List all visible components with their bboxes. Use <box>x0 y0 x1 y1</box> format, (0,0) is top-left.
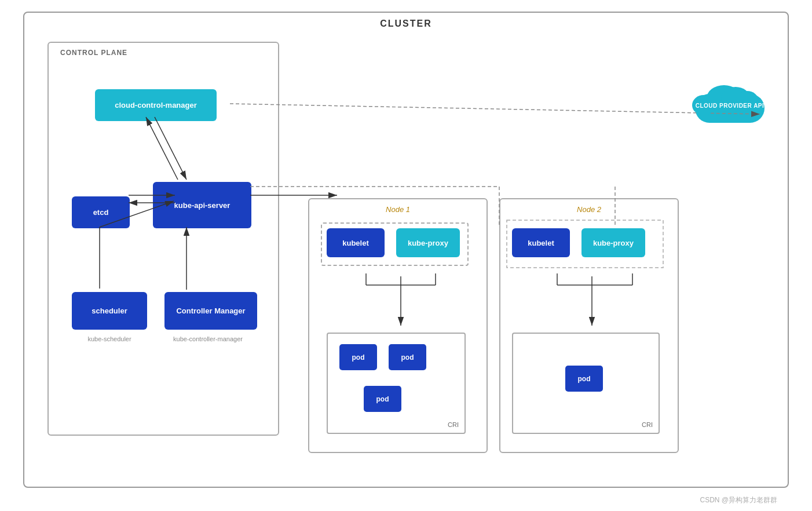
node1-kubelet-label: kubelet <box>342 239 369 247</box>
control-plane-label: CONTROL PLANE <box>60 49 127 57</box>
cloud-provider-shape: CLOUD PROVIDER API <box>689 82 770 129</box>
kube-api-server-label: kube-api-server <box>174 201 231 210</box>
node1-cri-label: CRI <box>448 421 459 428</box>
node-2-label: Node 2 <box>577 205 601 214</box>
controller-manager-box: Controller Manager <box>164 292 257 330</box>
node2-kube-proxy-label: kube-proxy <box>593 239 634 247</box>
scheduler-sublabel: kube-scheduler <box>72 335 147 342</box>
node1-kube-proxy-box: kube-proxy <box>396 228 460 257</box>
watermark: CSDN @异构算力老群群 <box>700 495 777 505</box>
control-plane-box: CONTROL PLANE cloud-control-manager kube… <box>47 42 279 436</box>
node2-kubelet-box: kubelet <box>512 228 570 257</box>
node-1-label: Node 1 <box>386 205 410 214</box>
node-2-box: Node 2 kubelet kube-proxy pod CRI <box>499 198 679 453</box>
node1-pod1: pod <box>339 344 377 370</box>
node1-pod2: pod <box>389 344 426 370</box>
node1-pod-container: pod pod pod CRI <box>327 333 466 434</box>
cloud-provider-container: CLOUD PROVIDER API <box>689 82 770 129</box>
node-1-box: Node 1 kubelet kube-proxy pod pod pod CR… <box>308 198 488 453</box>
cloud-provider-label: CLOUD PROVIDER API <box>696 103 765 109</box>
svg-line-10 <box>230 104 760 114</box>
controller-manager-sublabel: kube-controller-manager <box>159 335 257 342</box>
node2-cri-label: CRI <box>642 421 653 428</box>
diagram-container: CLUSTER CONTROL PLANE cloud-control-mana… <box>23 12 789 488</box>
node2-kube-proxy-box: kube-proxy <box>581 228 645 257</box>
node2-kubelet-label: kubelet <box>528 239 554 247</box>
node1-kubelet-box: kubelet <box>327 228 385 257</box>
node1-kube-proxy-label: kube-proxy <box>408 239 448 247</box>
etcd-label: etcd <box>93 208 109 217</box>
kube-api-server-box: kube-api-server <box>153 182 251 228</box>
cloud-control-manager-label: cloud-control-manager <box>115 101 197 110</box>
cloud-control-manager-box: cloud-control-manager <box>95 89 217 121</box>
cluster-title: CLUSTER <box>380 19 432 29</box>
controller-manager-label: Controller Manager <box>176 306 245 315</box>
node2-pod-container: pod CRI <box>512 333 660 434</box>
etcd-box: etcd <box>72 196 130 228</box>
scheduler-box: scheduler <box>72 292 147 330</box>
scheduler-label: scheduler <box>92 306 127 315</box>
node1-pod3: pod <box>364 386 401 412</box>
node2-pod1: pod <box>565 366 603 392</box>
